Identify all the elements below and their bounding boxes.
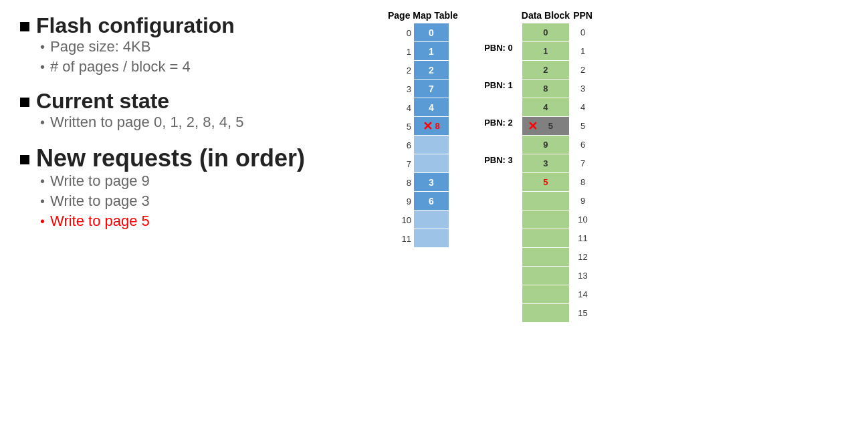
pmt-cell-6	[414, 136, 449, 154]
new-requests-header: New requests (in order)	[20, 144, 354, 172]
flash-config-header: Flash configuration	[20, 13, 354, 38]
pmt-cell-4: 4	[414, 98, 449, 116]
db-cells: 0 1 2 8 4 ✕ 5 9 3 5	[522, 23, 569, 322]
row-6: 6	[397, 136, 414, 154]
db-cell-2: 2	[522, 61, 569, 79]
db-cell-5-num: 5	[548, 121, 553, 131]
db-cell-1: 1	[522, 42, 569, 60]
pmt-header: Page Map Table	[388, 10, 458, 21]
new-requests-title: New requests (in order)	[36, 144, 305, 172]
pmt-cell-2: 2	[414, 61, 449, 79]
current-state-section: Current state Written to page 0, 1, 2, 8…	[20, 89, 354, 131]
pbn-0-label: PBN: 0	[484, 43, 513, 53]
ppn-0: 0	[574, 23, 591, 41]
ppn-15: 15	[574, 304, 591, 322]
row-1: 1	[397, 42, 414, 61]
new-requests-item-2: Write to page 3	[40, 192, 354, 210]
ppn-13: 13	[574, 267, 591, 285]
db-cell-8: 5	[522, 173, 569, 191]
ppn-14: 14	[574, 285, 591, 303]
db-cell-15	[522, 304, 569, 322]
current-state-item-1: Written to page 0, 1, 2, 8, 4, 5	[40, 114, 354, 131]
row-5: 5	[397, 117, 414, 136]
pmt-cell-10	[414, 210, 449, 229]
pmt-cell-8: 3	[414, 173, 449, 191]
new-requests-list: Write to page 9 Write to page 3 Write to…	[20, 172, 354, 230]
row-11: 11	[397, 229, 414, 248]
pmt-cell-9: 6	[414, 192, 449, 210]
db-cell-6: 9	[522, 136, 569, 154]
pbn-2-label: PBN: 2	[484, 118, 513, 128]
left-panel: Flash configuration Page size: 4KB # of …	[0, 0, 374, 425]
ppn-cells: 0 1 2 3 4 5 6 7 8 9 10 11 12 13 14 15	[574, 23, 591, 322]
new-requests-section: New requests (in order) Write to page 9 …	[20, 144, 354, 230]
db-cell-12	[522, 248, 569, 266]
pmt-cell-1: 1	[414, 42, 449, 60]
bullet-square-icon-2	[20, 98, 29, 107]
db-header: Data Block	[522, 10, 570, 21]
row-2: 2	[397, 61, 414, 80]
db-cell-9	[522, 192, 569, 210]
x-mark-db-icon: ✕	[528, 119, 538, 134]
pmt-row-numbers: 0 1 2 3 4 5 6 7 8 9 10 11	[397, 23, 414, 248]
db-cell-0: 0	[522, 23, 569, 41]
row-3: 3	[397, 80, 414, 98]
pmt-cell-3: 7	[414, 80, 449, 98]
right-panel: Page Map Table 0 1 2 3 4 5 6 7 8 9 10 11	[374, 0, 868, 425]
row-7: 7	[397, 154, 414, 173]
flash-config-section: Flash configuration Page size: 4KB # of …	[20, 13, 354, 76]
flash-config-list: Page size: 4KB # of pages / block = 4	[20, 38, 354, 76]
row-4: 4	[397, 98, 414, 117]
pmt-cell-0: 0	[414, 23, 449, 41]
ppn-8: 8	[574, 173, 591, 191]
pmt-cell-11	[414, 229, 449, 247]
ppn-10: 10	[574, 210, 591, 229]
ppn-11: 11	[574, 229, 591, 247]
ppn-4: 4	[574, 98, 591, 116]
ppn-2: 2	[574, 61, 591, 79]
pmt-cell-5: ✕ 8	[414, 117, 449, 135]
flash-config-title: Flash configuration	[36, 13, 235, 38]
x-mark-icon: ✕	[423, 119, 433, 134]
pbn-1-label: PBN: 1	[484, 80, 513, 90]
current-state-list: Written to page 0, 1, 2, 8, 4, 5	[20, 114, 354, 131]
pmt-rows: 0 1 2 3 4 5 6 7 8 9 10 11 0 1 2	[397, 23, 449, 248]
ppn-1: 1	[574, 42, 591, 60]
flash-config-item-1: Page size: 4KB	[40, 38, 354, 55]
pmt-cells: 0 1 2 7 4 ✕ 8 3 6	[414, 23, 449, 248]
ppn-section: PPN 0 1 2 3 4 5 6 7 8 9 10 11 12 13 14 1…	[573, 10, 592, 322]
ppn-header: PPN	[573, 10, 592, 21]
bullet-square-icon-3	[20, 155, 29, 164]
pmt-cell-7	[414, 154, 449, 172]
ppn-7: 7	[574, 154, 591, 172]
db-cell-10	[522, 210, 569, 229]
current-state-title: Current state	[36, 89, 169, 114]
row-0: 0	[397, 23, 414, 42]
db-cell-5: ✕ 5	[522, 117, 569, 135]
pbn-3-label: PBN: 3	[484, 155, 513, 165]
db-cell-4: 4	[522, 98, 569, 116]
diagram: Page Map Table 0 1 2 3 4 5 6 7 8 9 10 11	[388, 10, 855, 322]
db-cell-7: 3	[522, 154, 569, 172]
row-9: 9	[397, 192, 414, 210]
row-10: 10	[397, 210, 414, 229]
new-requests-item-3: Write to page 5	[40, 212, 354, 230]
new-requests-item-1: Write to page 9	[40, 172, 354, 190]
row-8: 8	[397, 173, 414, 192]
ppn-6: 6	[574, 136, 591, 154]
current-state-header: Current state	[20, 89, 354, 114]
ppn-12: 12	[574, 248, 591, 266]
db-cell-3: 8	[522, 80, 569, 98]
ppn-9: 9	[574, 192, 591, 210]
db-cell-11	[522, 229, 569, 247]
flash-config-item-2: # of pages / block = 4	[40, 58, 354, 76]
bullet-square-icon	[20, 22, 29, 31]
ppn-5: 5	[574, 117, 591, 135]
db-section: Data Block 0 1 2 8 4 ✕ 5 9 3 5	[522, 10, 570, 322]
db-cell-14	[522, 285, 569, 303]
pmt-section: Page Map Table 0 1 2 3 4 5 6 7 8 9 10 11	[388, 10, 458, 248]
middle-area: PBN: 0 PBN: 1 PBN: 2 PBN: 3	[458, 29, 518, 178]
db-cell-13	[522, 267, 569, 285]
ppn-3: 3	[574, 80, 591, 98]
